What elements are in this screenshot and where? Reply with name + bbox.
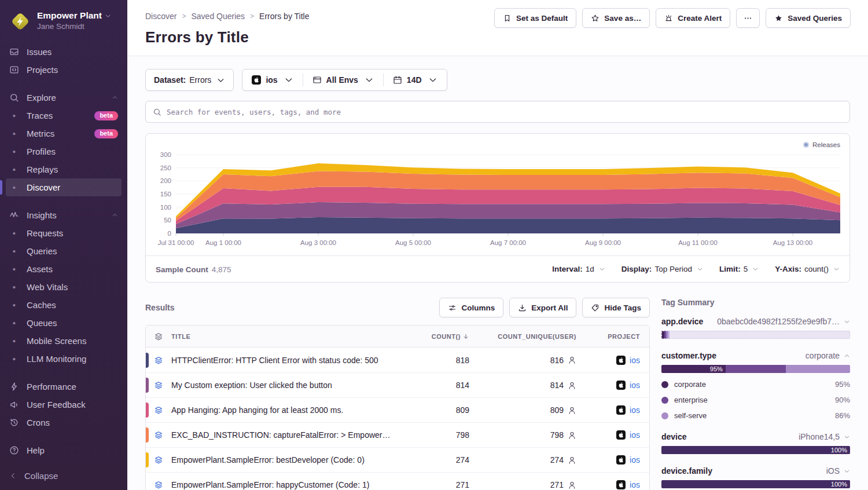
row-title[interactable]: App Hanging: App hanging for at least 20…	[171, 405, 406, 415]
sidebar-item-web-vitals[interactable]: Web Vitals	[0, 278, 127, 296]
date-range-filter[interactable]: 14D	[384, 70, 447, 90]
sidebar-item-queues[interactable]: Queues	[0, 314, 127, 332]
table-row[interactable]: EXC_BAD_INSTRUCTION: captureFatalError: …	[146, 422, 649, 447]
sidebar-item-profiles[interactable]: Profiles	[0, 142, 127, 160]
display-select[interactable]: Display:Top Period	[621, 265, 703, 273]
tag-selected-value[interactable]: corporate	[806, 351, 850, 360]
stack-trace-icon-cell[interactable]	[146, 455, 171, 465]
project-filter[interactable]: ios	[242, 70, 302, 90]
breadcrumb-item-saved-queries[interactable]: Saved Queries	[191, 12, 245, 21]
stack-trace-icon-cell[interactable]	[146, 480, 171, 489]
tag-selected-value[interactable]: iOS	[826, 466, 850, 476]
sidebar-item-discover[interactable]: Discover	[6, 178, 122, 196]
tag-block-app-device: app.device0baebc0de4982f1255f2e9e9fb7…	[661, 317, 850, 339]
tag-value-dot-icon	[661, 397, 668, 404]
environment-filter[interactable]: All Envs	[303, 70, 383, 90]
search-bar[interactable]	[145, 101, 850, 123]
sidebar-item-explore[interactable]: Explore	[0, 89, 127, 107]
sidebar-item-traces[interactable]: Tracesbeta	[0, 107, 127, 125]
table-row[interactable]: HTTPClientError: HTTP Client Error with …	[146, 348, 649, 372]
limit-select[interactable]: Limit:5	[719, 265, 759, 273]
sidebar-item-assets[interactable]: Assets	[0, 260, 127, 278]
saved-queries-button[interactable]: Saved Queries	[766, 8, 851, 28]
row-title[interactable]: My Custom exeption: User clicked the but…	[171, 381, 406, 390]
bullet-icon	[9, 160, 19, 178]
sidebar-item-mobile-screens[interactable]: Mobile Screens	[0, 332, 127, 350]
stack-trace-icon-cell[interactable]	[146, 405, 171, 415]
row-count-unique: 271	[469, 480, 576, 489]
row-project-link[interactable]: ios	[576, 356, 640, 365]
sidebar-item-crons[interactable]: Crons	[0, 414, 127, 432]
tag-value-row[interactable]: corporate95%	[661, 380, 850, 389]
results-title: Results	[145, 303, 175, 312]
columns-button[interactable]: Columns	[439, 298, 503, 317]
save-as-button[interactable]: Save as…	[582, 8, 650, 28]
table-row[interactable]: My Custom exeption: User clicked the but…	[146, 372, 649, 397]
sidebar-item-help[interactable]: Help	[0, 441, 127, 459]
sidebar-item-replays[interactable]: Replays	[0, 160, 127, 178]
row-project-link[interactable]: ios	[576, 405, 640, 415]
dataset-filter[interactable]: Dataset: Errors	[145, 69, 234, 91]
chevron-up-icon	[112, 212, 118, 218]
column-header-project[interactable]: PROJECT	[576, 333, 640, 340]
more-options-button[interactable]	[736, 8, 760, 28]
stacked-area-chart[interactable]: 050100150200250300Jul 31 00:00Aug 1 00:0…	[146, 134, 849, 255]
sidebar-item-issues[interactable]: Issues	[0, 43, 127, 61]
row-project-link[interactable]: ios	[576, 430, 640, 440]
bullet-icon	[9, 350, 19, 368]
tag-distribution-bar[interactable]: 100%	[661, 480, 850, 488]
stack-trace-icon-cell[interactable]	[146, 430, 171, 440]
sidebar-item-caches[interactable]: Caches	[0, 296, 127, 314]
create-alert-button[interactable]: Create Alert	[656, 8, 730, 28]
sidebar-item-metrics[interactable]: Metricsbeta	[0, 125, 127, 142]
sidebar-item-llm-monitoring[interactable]: LLM Monitoring	[0, 350, 127, 368]
row-project-link[interactable]: ios	[576, 480, 640, 489]
stack-trace-icon-cell[interactable]	[146, 381, 171, 390]
collapse-button[interactable]: Collapse	[0, 463, 127, 490]
chevron-down-icon	[833, 266, 840, 272]
breadcrumb-item-discover[interactable]: Discover	[145, 12, 176, 21]
table-row[interactable]: EmpowerPlant.SampleError: happyCustomer …	[146, 472, 649, 490]
hide-tags-button[interactable]: Hide Tags	[582, 298, 650, 317]
sidebar-item-queries[interactable]: Queries	[0, 242, 127, 260]
row-title[interactable]: EmpowerPlant.SampleError: happyCustomer …	[171, 480, 406, 489]
table-row[interactable]: App Hanging: App hanging for at least 20…	[146, 397, 649, 422]
user-icon	[568, 481, 576, 489]
tag-value-row[interactable]: enterprise90%	[661, 396, 850, 404]
interval-select[interactable]: Interval:1d	[552, 265, 605, 273]
search-input[interactable]	[167, 108, 843, 116]
bullet-icon	[9, 260, 19, 278]
sidebar-item-what-s-new[interactable]: What's new1	[0, 459, 127, 463]
collapse-icon	[9, 472, 17, 480]
org-name: Empower Plant	[37, 10, 102, 21]
column-header-count[interactable]: COUNT()	[406, 333, 469, 340]
sidebar-item-performance[interactable]: Performance	[0, 378, 127, 396]
tag-distribution-bar[interactable]: 100%	[661, 446, 850, 454]
sidebar-item-insights[interactable]: Insights	[0, 206, 127, 224]
sidebar-item-requests[interactable]: Requests	[0, 224, 127, 242]
table-row[interactable]: EmpowerPlant.SampleError: bestDeveloper …	[146, 447, 649, 472]
row-title[interactable]: HTTPClientError: HTTP Client Error with …	[171, 356, 406, 365]
row-title[interactable]: EmpowerPlant.SampleError: bestDeveloper …	[171, 455, 406, 465]
tag-distribution-bar[interactable]	[661, 331, 850, 339]
sidebar-nav: IssuesProjectsExploreTracesbetaMetricsbe…	[0, 38, 127, 463]
column-header-title[interactable]: TITLE	[171, 333, 406, 340]
org-switcher[interactable]: Empower Plant Jane Schmidt	[0, 8, 127, 38]
column-header-count-unique-user[interactable]: COUNT_UNIQUE(USER)	[469, 333, 576, 340]
tag-list: app.device0baebc0de4982f1255f2e9e9fb7…cu…	[661, 317, 850, 490]
row-project-link[interactable]: ios	[576, 381, 640, 390]
beta-badge: beta	[94, 129, 118, 138]
sidebar-item-user-feedback[interactable]: User Feedback	[0, 396, 127, 414]
tag-selected-value[interactable]: iPhone14,5	[799, 432, 850, 441]
export-all-button[interactable]: Export All	[509, 298, 576, 317]
tag-distribution-bar[interactable]: 95%	[661, 365, 850, 373]
y-axis-select[interactable]: Y-Axis:count()	[775, 265, 840, 273]
stack-trace-icon-cell[interactable]	[146, 356, 171, 365]
chart-legend-releases[interactable]: Releases	[803, 141, 840, 148]
set-as-default-button[interactable]: Set as Default	[494, 8, 576, 28]
sidebar-item-projects[interactable]: Projects	[0, 61, 127, 79]
row-title[interactable]: EXC_BAD_INSTRUCTION: captureFatalError: …	[171, 430, 406, 440]
row-project-link[interactable]: ios	[576, 455, 640, 465]
tag-selected-value[interactable]: 0baebc0de4982f1255f2e9e9fb7…	[717, 317, 850, 326]
tag-value-row[interactable]: self-serve86%	[661, 411, 850, 420]
